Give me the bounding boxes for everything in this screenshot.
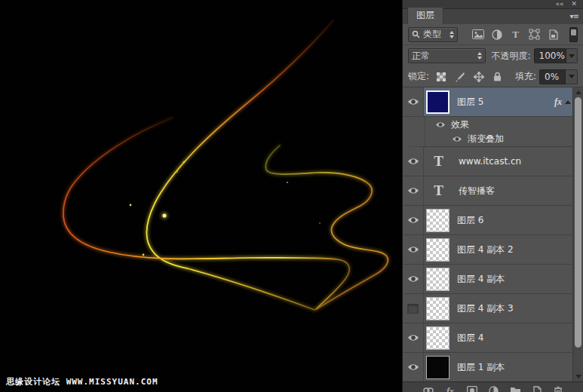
effect-item-label: 渐变叠加 [468, 133, 504, 145]
fill-value: 0% [545, 72, 559, 82]
layer-thumbnail[interactable] [426, 268, 450, 291]
text-layer-thumbnail[interactable]: T [426, 182, 451, 199]
eye-icon [407, 187, 419, 194]
light-streak-yellow-line [63, 216, 349, 309]
lock-bar: 锁定: 填充: 0% [403, 66, 583, 87]
svg-text:T: T [512, 29, 519, 39]
visibility-toggle[interactable] [403, 147, 424, 176]
effects-header-label: 效果 [451, 118, 469, 131]
link-layers-icon[interactable] [423, 386, 434, 392]
tab-layers[interactable]: 图层 [407, 7, 443, 24]
layer-row-layer6[interactable]: 图层 6 [403, 206, 583, 235]
light-streak-main-swoosh [146, 20, 333, 268]
visibility-toggle[interactable] [403, 235, 424, 264]
visibility-toggle[interactable] [403, 87, 424, 116]
layer-name[interactable]: 图层 4 副本 2 [457, 243, 514, 256]
eye-icon [407, 334, 419, 341]
layer-thumbnail[interactable] [426, 297, 450, 320]
scroll-up-icon[interactable] [575, 90, 581, 94]
filter-type-dropdown[interactable]: 类型 [408, 27, 458, 42]
scrollbar-thumb[interactable] [575, 97, 581, 348]
lock-label: 锁定: [408, 70, 429, 83]
watermark-site: 思缘设计论坛 [6, 377, 60, 387]
layer-thumbnail[interactable] [426, 209, 450, 232]
add-layer-mask-icon[interactable] [467, 386, 477, 392]
fx-badge[interactable]: fx [554, 96, 562, 108]
opacity-dropdown-button[interactable] [566, 48, 578, 63]
lock-position-move-icon[interactable] [471, 69, 486, 84]
layer-thumbnail[interactable] [426, 90, 450, 114]
layer-row-itcast[interactable]: T www.itcast.cn [403, 147, 583, 176]
layer-row-layer1copy[interactable]: 图层 1 副本 [403, 353, 583, 381]
scroll-down-icon[interactable] [575, 375, 581, 378]
layer-row-layer4copy3[interactable]: 图层 4 副本 3 [403, 294, 583, 323]
lock-pixels-brush-icon[interactable] [452, 69, 468, 84]
layer-row-layer5[interactable]: 图层 5 fx [403, 87, 583, 117]
text-layer-thumbnail[interactable]: T [426, 153, 451, 170]
filter-adjustment-layers-icon[interactable] [489, 27, 505, 42]
visibility-toggle[interactable] [403, 353, 424, 381]
blend-mode-select[interactable]: 正常 [408, 48, 486, 63]
new-layer-icon[interactable] [532, 386, 542, 392]
fill-input[interactable]: 0% [539, 69, 566, 84]
fill-dropdown-button[interactable] [566, 69, 578, 84]
eye-icon [407, 158, 419, 165]
eye-icon [407, 275, 419, 283]
chevron-down-icon [569, 75, 575, 78]
visibility-toggle[interactable] [403, 265, 424, 293]
document-canvas[interactable]: 思缘设计论坛 WWW.MISSYUAN.COM [0, 0, 402, 392]
layer-name[interactable]: 传智播客 [459, 185, 495, 198]
layer-name[interactable]: 图层 4 副本 [457, 273, 505, 286]
eye-icon [407, 363, 419, 371]
visibility-toggle[interactable] [403, 176, 424, 205]
chevron-down-icon [569, 54, 575, 58]
visibility-toggle-off[interactable] [403, 294, 424, 323]
lock-transparency-icon[interactable] [433, 69, 449, 84]
effects-header-row[interactable]: 效果 [403, 117, 583, 132]
visibility-toggle[interactable] [403, 323, 424, 352]
visibility-toggle[interactable] [403, 206, 424, 234]
filter-shape-layers-icon[interactable] [526, 27, 542, 42]
new-adjustment-layer-icon[interactable] [489, 386, 499, 392]
opacity-input[interactable]: 100% [534, 48, 566, 63]
chevron-updown-icon [445, 31, 454, 38]
eye-off-icon [407, 304, 419, 314]
layer-row-layer4copy[interactable]: 图层 4 副本 [403, 265, 583, 294]
layer-name[interactable]: www.itcast.cn [459, 156, 521, 167]
eye-icon [407, 98, 419, 106]
filter-type-layers-icon[interactable]: T [508, 27, 523, 42]
layers-list: 图层 5 fx 效果 渐变叠加 [403, 87, 583, 381]
filter-type-label: 类型 [423, 28, 441, 41]
effects-visibility-toggle[interactable] [435, 121, 446, 128]
layer-thumbnail[interactable] [426, 356, 450, 379]
layer-row-chuanzhi[interactable]: T 传智播客 [403, 176, 583, 206]
effect-visibility-toggle[interactable] [452, 136, 462, 142]
search-icon [412, 30, 420, 38]
layer-row-layer4[interactable]: 图层 4 [403, 323, 583, 353]
layer-row-layer4copy2[interactable]: 图层 4 副本 2 [403, 235, 583, 265]
add-layer-style-icon[interactable]: fx [445, 386, 456, 392]
eye-icon [407, 246, 419, 253]
delete-layer-trash-icon[interactable] [554, 386, 563, 392]
eye-icon [407, 216, 419, 224]
layer-thumbnail[interactable] [426, 238, 450, 262]
filter-smart-objects-icon[interactable] [545, 27, 561, 42]
layer-thumbnail[interactable] [426, 326, 450, 350]
layer-name[interactable]: 图层 4 [457, 332, 483, 345]
layer-name[interactable]: 图层 4 副本 3 [457, 302, 514, 315]
filter-pixel-layers-icon[interactable] [470, 27, 486, 42]
layer-name[interactable]: 图层 5 [457, 96, 483, 109]
filter-switch-toggle[interactable] [569, 27, 578, 42]
collapse-panel-icon[interactable]: «« [555, 1, 563, 8]
lock-all-padlock-icon[interactable] [489, 69, 505, 84]
panel-menu-icon[interactable]: ▾≡ [570, 12, 578, 20]
effect-item-row[interactable]: 渐变叠加 [403, 132, 583, 147]
layer-name[interactable]: 图层 1 副本 [457, 361, 505, 374]
new-group-folder-icon[interactable] [510, 386, 521, 392]
eye-icon [435, 121, 446, 128]
vertical-scrollbar[interactable] [572, 87, 583, 381]
photoshop-window: 思缘设计论坛 WWW.MISSYUAN.COM «« ✕ 图层 ▾≡ 类型 [0, 0, 583, 392]
collapse-effects-icon[interactable] [565, 100, 571, 104]
layer-name[interactable]: 图层 6 [457, 214, 483, 227]
close-panel-icon[interactable]: ✕ [571, 1, 577, 8]
